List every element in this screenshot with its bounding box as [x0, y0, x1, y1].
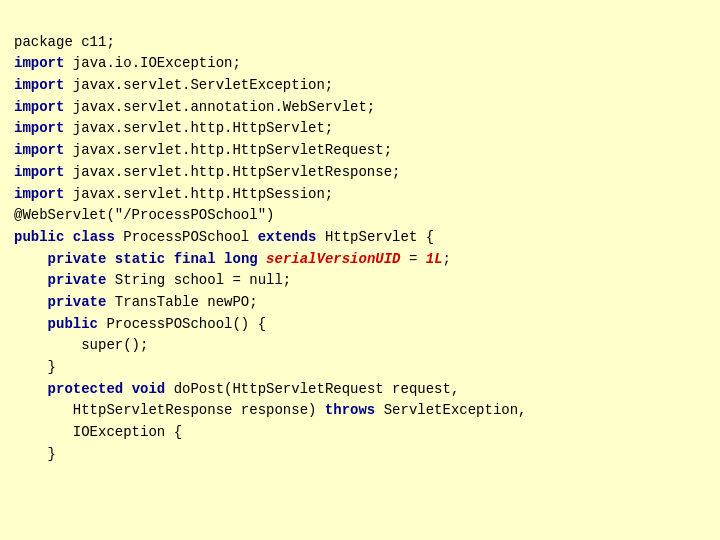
code-token: javax.servlet.http.HttpServlet; — [64, 120, 333, 136]
code-token: public — [14, 229, 64, 245]
code-token: ProcessPOSchool — [115, 229, 258, 245]
code-token: public — [48, 316, 98, 332]
code-token: doPost(HttpServletRequest request, — [165, 381, 459, 397]
code-token: package c11; — [14, 34, 115, 50]
code-token — [14, 251, 48, 267]
code-token: javax.servlet.http.HttpServletResponse; — [64, 164, 400, 180]
code-token — [14, 381, 48, 397]
code-token: serialVersionUID — [266, 251, 400, 267]
code-token: throws — [325, 402, 375, 418]
code-line: @WebServlet("/ProcessPOSchool") — [14, 205, 706, 227]
code-token: java.io.IOException; — [64, 55, 240, 71]
code-token: ProcessPOSchool() { — [98, 316, 266, 332]
code-token: static — [115, 251, 165, 267]
code-token: javax.servlet.http.HttpServletRequest; — [64, 142, 392, 158]
code-line: import javax.servlet.ServletException; — [14, 75, 706, 97]
code-token — [106, 251, 114, 267]
code-token: import — [14, 77, 64, 93]
code-token: IOException { — [14, 424, 182, 440]
code-token: } — [14, 359, 56, 375]
code-line: private static final long serialVersionU… — [14, 249, 706, 271]
code-line: import javax.servlet.http.HttpSession; — [14, 184, 706, 206]
code-token: extends — [258, 229, 317, 245]
code-token: long — [224, 251, 258, 267]
code-token: } — [14, 446, 56, 462]
code-token: ; — [443, 251, 451, 267]
code-token — [123, 381, 131, 397]
code-line: import javax.servlet.http.HttpServlet; — [14, 118, 706, 140]
code-token: import — [14, 186, 64, 202]
code-line: public class ProcessPOSchool extends Htt… — [14, 227, 706, 249]
code-line: public ProcessPOSchool() { — [14, 314, 706, 336]
code-line: IOException { — [14, 422, 706, 444]
code-token: HttpServlet { — [316, 229, 434, 245]
code-token — [14, 316, 48, 332]
code-line: private TransTable newPO; — [14, 292, 706, 314]
code-token: import — [14, 142, 64, 158]
code-token: import — [14, 55, 64, 71]
code-token — [14, 294, 48, 310]
code-token: = — [401, 251, 426, 267]
code-token — [216, 251, 224, 267]
code-token: protected — [48, 381, 124, 397]
code-line: private String school = null; — [14, 270, 706, 292]
code-line: import javax.servlet.http.HttpServletRes… — [14, 162, 706, 184]
code-token: private — [48, 294, 107, 310]
code-token: void — [132, 381, 166, 397]
code-token — [258, 251, 266, 267]
code-token: private — [48, 251, 107, 267]
code-token: import — [14, 99, 64, 115]
code-token: TransTable newPO; — [106, 294, 257, 310]
code-token: javax.servlet.http.HttpSession; — [64, 186, 333, 202]
code-token: 1L — [426, 251, 443, 267]
code-token: class — [73, 229, 115, 245]
code-token: javax.servlet.annotation.WebServlet; — [64, 99, 375, 115]
code-line: package c11; — [14, 32, 706, 54]
code-line: import javax.servlet.http.HttpServletReq… — [14, 140, 706, 162]
code-line: HttpServletResponse response) throws Ser… — [14, 400, 706, 422]
code-token: javax.servlet.ServletException; — [64, 77, 333, 93]
code-token: HttpServletResponse response) — [14, 402, 325, 418]
code-line: import javax.servlet.annotation.WebServl… — [14, 97, 706, 119]
code-token: private — [48, 272, 107, 288]
code-token: import — [14, 120, 64, 136]
code-line: } — [14, 444, 706, 466]
code-token: super(); — [14, 337, 148, 353]
code-token — [64, 229, 72, 245]
code-line: } — [14, 357, 706, 379]
code-line: import java.io.IOException; — [14, 53, 706, 75]
code-token: ServletException, — [375, 402, 526, 418]
code-token: @WebServlet("/ProcessPOSchool") — [14, 207, 274, 223]
code-editor: package c11;import java.io.IOException;i… — [14, 10, 706, 465]
code-token — [165, 251, 173, 267]
code-line: super(); — [14, 335, 706, 357]
code-line: protected void doPost(HttpServletRequest… — [14, 379, 706, 401]
code-token — [14, 272, 48, 288]
code-token: final — [174, 251, 216, 267]
code-token: String school = null; — [106, 272, 291, 288]
code-token: import — [14, 164, 64, 180]
